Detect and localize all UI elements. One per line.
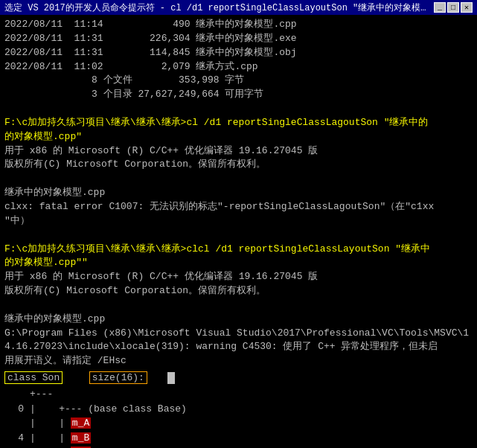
offset-cell bbox=[4, 387, 27, 402]
title-bar-buttons: _ □ ✕ bbox=[434, 2, 473, 13]
offset-cell: 8 bbox=[4, 445, 27, 448]
content-cell: | m_A bbox=[56, 416, 473, 431]
terminal-body: 2022/08/11 11:14 490 继承中的对象模型.cpp 2022/0… bbox=[0, 15, 477, 448]
bar-cell: | bbox=[27, 445, 56, 448]
line-11 bbox=[4, 172, 473, 186]
offset-cell bbox=[4, 416, 27, 431]
class-header-row: class Son size(16): bbox=[4, 371, 473, 384]
line-cmd2: F:\c加加持久练习项目\继承\继承\继承>clcl /d1 reportSin… bbox=[4, 243, 473, 271]
class-son-label: class Son bbox=[4, 371, 63, 384]
table-row: 4 | | m_B bbox=[4, 431, 473, 446]
content-cell bbox=[56, 387, 473, 402]
line-10: 版权所有(C) Microsoft Corporation。保留所有权利。 bbox=[4, 158, 473, 172]
line-18 bbox=[4, 298, 473, 313]
line-4: 2022/08/11 11:02 2,079 继承方式.cpp bbox=[4, 60, 473, 74]
bar-cell: | bbox=[27, 402, 56, 417]
line-2: 2022/08/11 11:31 226,304 继承中的对象模型.exe bbox=[4, 32, 473, 46]
table-row: +--- bbox=[4, 387, 473, 402]
line-13: clxx: fatal error C1007: 无法识别的标志"-report… bbox=[4, 200, 473, 228]
member-mb: m_B bbox=[71, 432, 91, 444]
minimize-button[interactable]: _ bbox=[434, 2, 446, 13]
line-1: 2022/08/11 11:14 490 继承中的对象模型.cpp bbox=[4, 18, 473, 32]
line-7 bbox=[4, 102, 473, 116]
offset-cell: 0 bbox=[4, 402, 27, 417]
line-16: 用于 x86 的 Microsoft (R) C/C++ 优化编译器 19.16… bbox=[4, 270, 473, 284]
table-row: 8 | | m_C bbox=[4, 445, 473, 448]
title-bar-text: 选定 VS 2017的开发人员命令提示符 - cl /d1 reportSing… bbox=[4, 1, 434, 14]
line-17: 版权所有(C) Microsoft Corporation。保留所有权利。 bbox=[4, 284, 473, 298]
content-cell: | m_B bbox=[56, 431, 473, 446]
cursor bbox=[167, 372, 175, 384]
line-cmd1: F:\c加加持久练习项目\继承\继承\继承>cl /d1 reportSingl… bbox=[4, 116, 473, 144]
bar-cell: | bbox=[27, 416, 56, 431]
maximize-button[interactable]: □ bbox=[447, 2, 459, 13]
line-19: 继承中的对象模型.cpp bbox=[4, 313, 473, 327]
table-row: 0 | +--- (base class Base) bbox=[4, 402, 473, 417]
line-3: 2022/08/11 11:31 114,845 继承中的对象模型.obj bbox=[4, 46, 473, 60]
bar-cell: | bbox=[27, 431, 56, 446]
content-cell: +--- (base class Base) bbox=[56, 402, 473, 417]
table-row: | | m_A bbox=[4, 416, 473, 431]
offset-cell: 4 bbox=[4, 431, 27, 446]
member-ma: m_A bbox=[71, 417, 91, 429]
line-14 bbox=[4, 228, 473, 243]
line-9: 用于 x86 的 Microsoft (R) C/C++ 优化编译器 19.16… bbox=[4, 144, 473, 159]
layout-section: +--- 0 | +--- (base class Base) | | m_A bbox=[4, 387, 473, 448]
line-warning: G:\Program Files (x86)\Microsoft Visual … bbox=[4, 327, 473, 369]
close-button[interactable]: ✕ bbox=[461, 2, 473, 13]
terminal-window: 选定 VS 2017的开发人员命令提示符 - cl /d1 reportSing… bbox=[0, 0, 477, 448]
line-12: 继承中的对象模型.cpp bbox=[4, 186, 473, 200]
content-cell: | m_C bbox=[56, 445, 473, 448]
title-bar: 选定 VS 2017的开发人员命令提示符 - cl /d1 reportSing… bbox=[0, 0, 477, 15]
line-6: 3 个目录 27,627,249,664 可用字节 bbox=[4, 88, 473, 102]
line-5: 8 个文件 353,998 字节 bbox=[4, 74, 473, 88]
layout-table: +--- 0 | +--- (base class Base) | | m_A bbox=[4, 387, 473, 448]
bar-cell: +--- bbox=[27, 387, 56, 402]
size-label: size(16): bbox=[89, 371, 147, 384]
